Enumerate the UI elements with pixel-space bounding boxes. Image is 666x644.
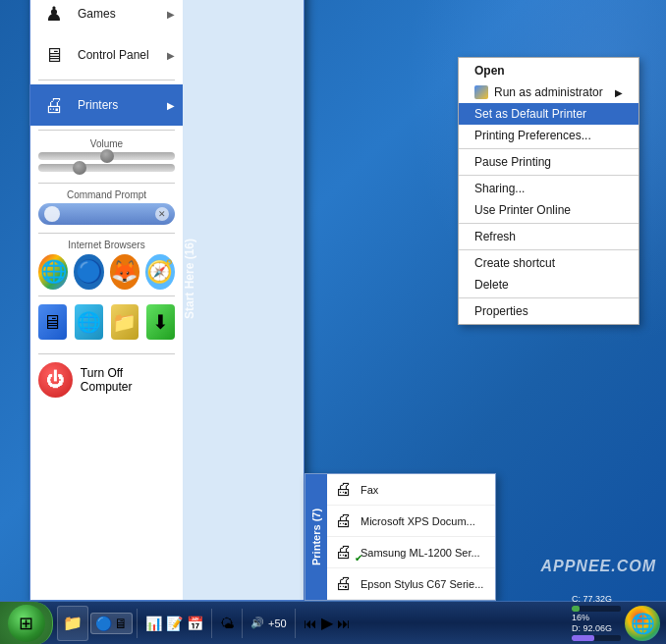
ctx-delete[interactable]: Delete (459, 274, 638, 295)
taskbar-media[interactable]: ⏮ ▶ ⏭ (300, 614, 355, 632)
volume-area: Volume (30, 134, 183, 179)
games-arrow: ▶ (167, 9, 175, 20)
firefox-icon[interactable]: 🦊 (110, 254, 139, 290)
control-panel-label: Control Panel (78, 48, 149, 62)
cmd-area: Command Prompt ✕ (30, 188, 183, 229)
network-icon[interactable]: 🌐 (75, 304, 103, 340)
printer-epson[interactable]: 🖨 Epson Stylus C67 Serie... (327, 568, 495, 600)
ctx-sep-1 (459, 148, 638, 149)
printers-icon: 🖨 (38, 89, 70, 121)
browsers-section: Internet Browsers 🌐 🔵 🦊 🧭 (30, 238, 183, 292)
menu-item-control-panel[interactable]: 🖥 Control Panel ▶ (30, 34, 183, 76)
ctx-sharing[interactable]: Sharing... (459, 178, 638, 199)
folder-icon[interactable]: 📁 (111, 304, 139, 340)
divider-1 (38, 80, 175, 80)
ctx-sep-5 (459, 297, 638, 298)
play-icon[interactable]: ▶ (321, 614, 333, 632)
printers-list: 🖨 Fax 🖨 Microsoft XPS Docum... 🖨 Samsung… (327, 474, 495, 600)
taskbar-sep-2 (211, 609, 212, 638)
volume-slider[interactable] (38, 152, 175, 160)
calendar-icon[interactable]: 📅 (187, 616, 203, 631)
drive-c-label: C: 77.32G (572, 594, 612, 604)
taskbar-item-explorer[interactable]: 📁 (57, 606, 88, 641)
volume-value: +50 (268, 617, 287, 629)
chrome-taskbar-icon[interactable]: 🌐 (625, 606, 660, 641)
divider-6 (38, 353, 175, 354)
drive-c-percent: 16% (572, 613, 621, 622)
divider-3 (38, 183, 175, 184)
default-checkmark: ✔ (355, 553, 362, 564)
taskbar: ⊞ 📁 🔵 🖥 📊 📝 📅 🌤 🔊 +5 (0, 601, 666, 644)
ctx-run-as-admin[interactable]: Run as administrator ▶ (459, 81, 638, 103)
taskbar-weather: 🌤 (216, 616, 238, 631)
games-label: Games (78, 7, 116, 21)
weather-icon: 🌤 (220, 616, 234, 631)
ctx-sep-3 (459, 223, 638, 224)
context-menu: Open Run as administrator ▶ Set as Defau… (458, 57, 639, 325)
browsers-row: 🌐 🔵 🦊 🧭 (38, 254, 175, 290)
start-button[interactable]: ⊞ (0, 602, 53, 645)
printer-xps[interactable]: 🖨 Microsoft XPS Docum... (327, 506, 495, 537)
downloads-icon[interactable]: ⬇ (146, 304, 175, 340)
prev-icon[interactable]: ⏮ (304, 616, 317, 631)
taskbar-quick-launch[interactable]: 🔵 🖥 (90, 613, 133, 634)
safari-icon[interactable]: 🧭 (145, 254, 175, 290)
taskbar-volume-label: 🔊 +50 (247, 617, 291, 629)
ctx-properties[interactable]: Properties (459, 300, 638, 322)
next-icon[interactable]: ⏭ (337, 616, 351, 631)
start-menu-body: 📦 Programs ▶ ♟ Games ▶ 🖥 Control Panel ▶ (30, 0, 304, 600)
printer-samsung[interactable]: 🖨 Samsung ML-1200 Ser... ✔ (327, 537, 495, 568)
games-icon: ♟ (38, 0, 70, 29)
divider-4 (38, 233, 175, 234)
printer-fax[interactable]: 🖨 Fax (327, 474, 495, 506)
menu-item-games[interactable]: ♟ Games ▶ (30, 0, 183, 34)
volume-thumb-2 (73, 161, 86, 175)
ctx-set-default[interactable]: Set as Default Printer (459, 103, 638, 125)
word-icon[interactable]: 📝 (166, 616, 183, 631)
run-admin-arrow: ▶ (615, 87, 623, 98)
ctx-open[interactable]: Open (459, 60, 638, 81)
drive-c-fill (572, 606, 580, 612)
explorer-icon: 📁 (64, 615, 82, 632)
ctx-printing-prefs[interactable]: Printing Preferences... (459, 125, 638, 146)
ctx-create-shortcut[interactable]: Create shortcut (459, 252, 638, 274)
start-menu-left: 📦 Programs ▶ ♟ Games ▶ 🖥 Control Panel ▶ (30, 0, 183, 600)
turn-off-item[interactable]: ⏻ Turn Off Computer (30, 358, 183, 402)
drive-d-bar (572, 635, 621, 641)
printers-label: Printers (78, 98, 118, 112)
search-icon (44, 206, 60, 222)
ctx-pause[interactable]: Pause Printing (459, 151, 638, 173)
watermark: APPNEE.COM (540, 558, 656, 575)
drive-info-group: C: 77.32G 16% D: 92.06G 46% (572, 594, 621, 644)
taskbar-office: 📊 📝 📅 (141, 616, 207, 631)
printers-submenu: Printers (7) 🖨 Fax 🖨 Microsoft XPS Docum… (305, 473, 496, 601)
ctx-use-online[interactable]: Use Printer Online (459, 199, 638, 221)
volume-label: Volume (38, 138, 175, 149)
drive-d-fill (572, 635, 594, 641)
taskbar-sep-1 (137, 609, 138, 638)
ie-icon[interactable]: 🔵 (74, 254, 103, 290)
start-menu-right: Start Here (16) (183, 0, 304, 600)
cmd-search-bar[interactable]: ✕ (38, 203, 175, 225)
taskbar-sep-3 (242, 609, 243, 638)
taskbar-sep-4 (295, 609, 296, 638)
internet-label: Internet Browsers (38, 240, 175, 250)
ctx-refresh[interactable]: Refresh (459, 226, 638, 247)
printers-arrow: ▶ (167, 100, 175, 111)
ctx-sep-2 (459, 175, 638, 176)
epson-icon: 🖨 (335, 573, 353, 594)
desktop: APPNEE.COM 📦 Programs ▶ ♟ Games ▶ (0, 0, 666, 644)
chrome-icon[interactable]: 🌐 (38, 254, 68, 290)
computer-taskbar-icon: 🖥 (114, 616, 128, 631)
taskbar-right: C: 77.32G 16% D: 92.06G 46% 🌐 (572, 594, 666, 644)
volume-slider-2[interactable] (38, 164, 175, 172)
control-panel-arrow: ▶ (167, 50, 175, 61)
drive-c-bar (572, 606, 621, 612)
my-computer-icon[interactable]: 🖥 (38, 304, 67, 340)
office-icon[interactable]: 📊 (145, 616, 162, 631)
start-orb: ⊞ (8, 605, 45, 642)
search-clear-icon[interactable]: ✕ (155, 207, 169, 221)
volume-up-icon: 🔊 (250, 617, 264, 629)
drive-d-label: D: 92.06G (572, 623, 612, 633)
menu-item-printers[interactable]: 🖨 Printers ▶ (30, 84, 183, 126)
